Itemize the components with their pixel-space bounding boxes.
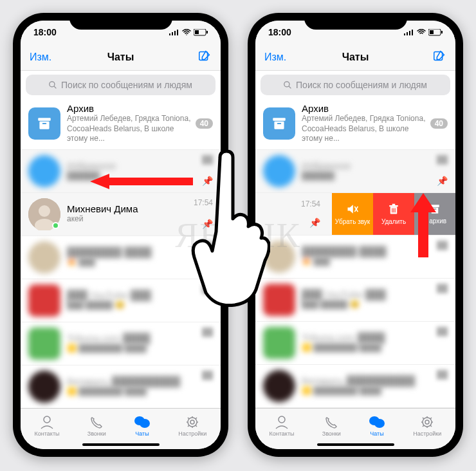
avatar (263, 327, 295, 359)
search-placeholder: Поиск по сообщениям и людям (61, 80, 192, 90)
chats-icon (134, 415, 151, 429)
svg-rect-1 (172, 32, 173, 35)
svg-rect-12 (42, 123, 47, 124)
avatar (28, 284, 60, 317)
tab-chats[interactable]: Чаты (369, 415, 385, 437)
svg-point-46 (279, 416, 285, 423)
compose-button[interactable] (432, 49, 446, 66)
tab-calls[interactable]: Звонки (87, 415, 106, 437)
signal-icon (404, 29, 414, 35)
gear-icon (185, 415, 200, 429)
svg-rect-25 (412, 30, 413, 35)
svg-rect-24 (409, 31, 410, 35)
notch (69, 13, 172, 30)
tab-chats[interactable]: Чаты (134, 415, 151, 437)
online-indicator (52, 222, 59, 229)
svg-rect-28 (441, 31, 443, 33)
chat-row-blurred[interactable]: Избранное██████ ██ 📌 (255, 150, 455, 193)
hand-pointer-icon (187, 148, 270, 309)
header: Изм. Чаты (255, 44, 455, 71)
archive-row[interactable]: Архив Артемий Лебедев, Грядка Toniona, C… (255, 98, 455, 150)
archive-title: Архив (67, 103, 196, 114)
svg-point-50 (425, 420, 429, 424)
contact-icon (39, 415, 55, 429)
svg-rect-6 (206, 31, 208, 33)
svg-rect-39 (392, 204, 396, 205)
pin-icon: 📌 (309, 217, 320, 228)
chat-row-blurred[interactable]: Беларусь ██████████🟨 ████████ ██████ (21, 365, 221, 408)
tab-settings[interactable]: Настройки (178, 415, 206, 437)
phone-right: 18:00 Изм. Чаты Поиск по сообщениям и лю… (248, 13, 463, 457)
trash-icon (388, 203, 399, 216)
status-time: 18:00 (33, 27, 57, 37)
avatar (28, 328, 60, 360)
search-icon (49, 81, 57, 89)
tab-calls[interactable]: Звонки (322, 415, 341, 437)
svg-line-31 (289, 86, 291, 88)
contact-icon (274, 415, 289, 429)
edit-button[interactable]: Изм. (30, 51, 51, 63)
tab-contacts[interactable]: Контакты (35, 415, 60, 437)
chat-row-blurred[interactable]: Tribuna.com ████🟨 ████████ ██████ (255, 322, 455, 365)
page-title: Чаты (107, 51, 134, 63)
chats-icon (369, 415, 385, 429)
gear-icon (419, 415, 435, 429)
svg-marker-51 (410, 193, 436, 257)
archive-title: Архив (302, 103, 430, 114)
svg-rect-38 (389, 205, 398, 207)
chat-row-blurred[interactable]: Tribuna.com ████🟨 ████████ ██████ (21, 322, 221, 365)
battery-icon (428, 29, 443, 36)
notch (304, 13, 407, 30)
svg-point-14 (39, 205, 50, 217)
svg-rect-0 (169, 33, 170, 35)
svg-rect-11 (39, 122, 49, 129)
wifi-icon (417, 29, 426, 35)
phone-icon (89, 415, 104, 429)
avatar (28, 198, 60, 230)
svg-rect-5 (195, 30, 199, 34)
chat-time: 17:54 (301, 199, 320, 208)
compose-button[interactable] (197, 49, 212, 66)
avatar (28, 371, 60, 403)
archive-sub: Артемий Лебедев, Грядка Toniona, CocoaHe… (67, 114, 196, 144)
home-indicator[interactable] (82, 443, 160, 446)
wifi-icon (182, 29, 191, 35)
delete-button[interactable]: Удалить (373, 193, 414, 235)
tab-settings[interactable]: Настройки (413, 415, 441, 437)
svg-point-18 (140, 419, 150, 428)
svg-rect-32 (273, 118, 286, 120)
archive-sub: Артемий Лебедев, Грядка Toniona, CocoaHe… (302, 114, 430, 144)
phone-icon (324, 415, 339, 429)
svg-point-30 (284, 81, 289, 86)
header: Изм. Чаты (21, 44, 221, 71)
status-icons (169, 29, 208, 36)
search-input[interactable]: Поиск по сообщениям и людям (26, 75, 215, 95)
svg-rect-22 (404, 33, 405, 35)
svg-rect-3 (177, 30, 178, 35)
status-icons (404, 29, 443, 36)
pin-icon: 📌 (437, 176, 448, 186)
avatar (28, 241, 60, 273)
svg-rect-10 (38, 118, 51, 120)
svg-rect-34 (277, 123, 282, 124)
chat-row-blurred[interactable]: Беларусь ██████████🟨 ████████ ██████ (255, 365, 455, 408)
archive-badge: 40 (430, 118, 448, 129)
svg-point-48 (374, 419, 385, 428)
search-placeholder: Поиск по сообщениям и людям (296, 80, 427, 90)
compose-icon (432, 49, 446, 63)
edit-button[interactable]: Изм. (264, 51, 286, 63)
svg-rect-2 (174, 31, 176, 35)
page-title: Чаты (342, 51, 369, 63)
tab-contacts[interactable]: Контакты (270, 415, 295, 437)
svg-rect-27 (430, 30, 434, 34)
archive-icon (28, 107, 60, 140)
archive-row[interactable]: Архив Артемий Лебедев, Грядка Toniona, C… (21, 98, 221, 150)
mute-button[interactable]: Убрать звук (332, 193, 373, 235)
svg-rect-23 (407, 32, 408, 35)
status-time: 18:00 (268, 27, 291, 37)
search-input[interactable]: Поиск по сообщениям и людям (261, 75, 450, 95)
chat-row-blurred[interactable]: ███ YouTube ██████ █████ 😊██ (255, 279, 455, 322)
archive-badge: 40 (196, 118, 213, 129)
search-icon (284, 81, 292, 89)
home-indicator[interactable] (317, 443, 394, 446)
